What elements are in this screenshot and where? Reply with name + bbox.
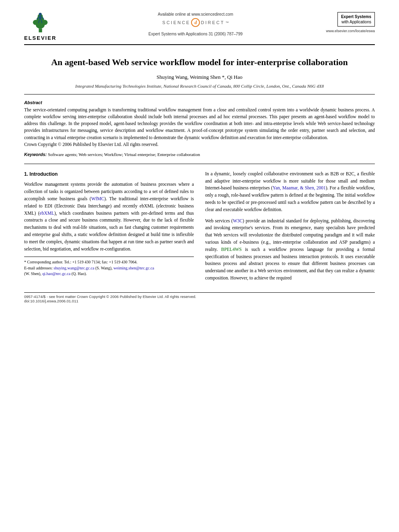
sd-direct-text: DIRECT xyxy=(201,20,224,25)
affiliation: Integrated Manufacturing Technologies In… xyxy=(32,84,367,88)
section1-para3: Web services (W3C) provide an industrial… xyxy=(205,218,375,282)
title-section: An agent-based Web service workflow mode… xyxy=(24,56,375,88)
journal-box: Expert Systems with Applications xyxy=(337,12,375,27)
wfmc-link[interactable]: WfMC xyxy=(91,196,105,201)
available-online-text: Available online at www.sciencedirect.co… xyxy=(158,12,233,16)
keywords-label: Keywords: xyxy=(24,152,47,157)
footnote-area: * Corresponding author. Tel.: +1 519 430… xyxy=(24,257,194,277)
left-column: 1. Introduction Workflow management syst… xyxy=(24,170,194,286)
footnote-email-line: E-mail addresses: shuying.wang@nrc.gc.ca… xyxy=(24,265,194,277)
section1-heading: 1. Introduction xyxy=(24,170,194,178)
page: ELSEVIER Available online at www.science… xyxy=(0,0,399,532)
sd-science-text: SCIENCE xyxy=(162,20,191,25)
keywords-text: Software agents; Web services; Workflow;… xyxy=(48,152,200,157)
article-title: An agent-based Web service workflow mode… xyxy=(32,56,367,68)
elsevier-logo-area: ELSEVIER xyxy=(24,12,80,41)
abstract-text: The service-orientated computing paradig… xyxy=(24,107,375,148)
email3-link[interactable]: qi.hao@nrc.gc.ca xyxy=(42,271,70,276)
abstract-label: Abstract xyxy=(24,100,375,105)
footer-doi: doi:10.1016/j.eswa.2006.01.011 xyxy=(24,299,375,303)
footer-issn: 0957-4174/$ - see front matter Crown Cop… xyxy=(24,294,375,299)
keywords-line: Keywords: Software agents; Web services;… xyxy=(24,151,375,158)
section1-number: 1. Introduction xyxy=(24,171,58,177)
w3c-link[interactable]: W3C xyxy=(233,218,243,223)
email1-link[interactable]: shuying.wang@nrc.gc.ca xyxy=(53,266,94,270)
section1-para2: In a dynamic, loosely coupled collaborat… xyxy=(205,170,375,214)
email2-link[interactable]: weiming.shen@nrc.gc.ca xyxy=(113,266,154,270)
sd-d-icon: d xyxy=(191,18,200,27)
journal-box-title: Expert Systems xyxy=(341,14,371,19)
svg-point-6 xyxy=(39,13,41,16)
yan-link[interactable]: Yan, Maamar, & Shen, 2001 xyxy=(273,185,326,190)
journal-name-center: Expert Systems with Applications 31 (200… xyxy=(148,32,243,36)
right-column: In a dynamic, loosely coupled collaborat… xyxy=(205,170,375,286)
page-header: ELSEVIER Available online at www.science… xyxy=(24,12,375,45)
section1-para1: Workflow management systems provide the … xyxy=(24,181,194,253)
footnote-star-line: * Corresponding author. Tel.: +1 519 430… xyxy=(24,259,194,265)
divider-after-affiliation xyxy=(24,94,375,94)
svg-rect-0 xyxy=(39,29,42,32)
journal-url: www.elsevier.com/locate/eswa xyxy=(326,29,375,33)
bpel4ws-link[interactable]: BPEL4WS xyxy=(221,247,242,252)
svg-rect-7 xyxy=(39,16,41,19)
ebxml-link[interactable]: ebXML xyxy=(40,211,54,216)
sciencedirect-logo: SCIENCE d DIRECT ™ xyxy=(162,18,229,27)
divider-before-body xyxy=(24,164,375,164)
elsevier-tree-icon xyxy=(29,12,51,34)
header-center: Available online at www.sciencedirect.co… xyxy=(80,12,311,36)
journal-box-subtitle: with Applications xyxy=(341,19,371,25)
abstract-section: Abstract The service-orientated computin… xyxy=(24,100,375,158)
main-content: 1. Introduction Workflow management syst… xyxy=(24,170,375,286)
elsevier-wordmark: ELSEVIER xyxy=(24,35,56,41)
bottom-footer: 0957-4174/$ - see front matter Crown Cop… xyxy=(24,292,375,303)
elsevier-logo: ELSEVIER xyxy=(24,12,56,41)
authors: Shuying Wang, Weiming Shen *, Qi Hao xyxy=(32,74,367,80)
header-right: Expert Systems with Applications www.els… xyxy=(311,12,375,33)
